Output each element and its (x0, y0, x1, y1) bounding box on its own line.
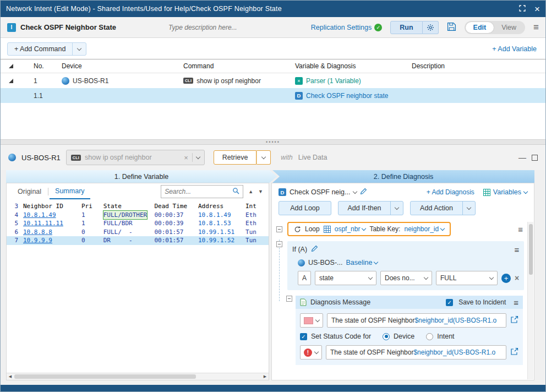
define-variable-header: 1. Define Variable (6, 170, 277, 183)
code-line[interactable]: 3Neighbor ID Pri State Dead Time Address… (7, 202, 269, 211)
table-icon (324, 226, 331, 233)
view-toggle[interactable]: View (494, 22, 524, 33)
status-message-input[interactable]: The state of OSPF Neighbor $neighbor_id(… (326, 345, 506, 360)
code-segment: 10.11.11.11 (23, 219, 63, 228)
menu-icon[interactable]: ≡ (533, 23, 539, 32)
scrollbar-thumb[interactable] (529, 224, 533, 275)
add-command-caret-icon[interactable] (72, 43, 86, 55)
header-variable-diagnosis: Variable & Diagnosis (292, 62, 408, 70)
minimize-icon[interactable]: — (518, 154, 526, 161)
save-to-incident-label: Save to Incident (458, 298, 506, 306)
search-prev-icon[interactable]: ▲ (248, 189, 253, 194)
search-next-icon[interactable]: ▼ (258, 189, 263, 194)
scrollbar-thumb[interactable] (14, 374, 196, 379)
collapse-loop-icon[interactable] (276, 226, 282, 232)
open-editor-icon[interactable] (510, 315, 518, 325)
rename-pencil-icon[interactable] (360, 188, 367, 197)
message-menu-icon[interactable]: ≡ (514, 298, 518, 307)
clear-command-icon[interactable]: × (184, 154, 188, 162)
scroll-right-icon[interactable]: ▶ (261, 374, 269, 379)
command-dropdown-icon[interactable] (196, 154, 200, 159)
if-menu-icon[interactable]: ≡ (514, 246, 519, 254)
code-line[interactable]: 410.8.1.49 1 FULL/DROTHER 00:00:37 10.8.… (7, 211, 269, 220)
intent-name: Check OSPF Neighbor State (20, 23, 116, 31)
replication-settings-label: Replication Settings (311, 24, 372, 31)
save-icon[interactable] (447, 22, 456, 33)
tab-summary[interactable]: Summary (50, 184, 90, 199)
maximize-icon[interactable] (532, 155, 538, 161)
device-name: US-BOS-R1 (73, 77, 108, 85)
variables-dropdown[interactable]: Variables (483, 188, 527, 196)
diagnosis-icon: D (279, 188, 286, 196)
add-ifthen-caret-icon[interactable] (390, 202, 403, 215)
edit-toggle[interactable]: Edit (466, 22, 494, 33)
table-row-command[interactable]: 1 US-BOS-R1 CLI show ip ospf neighbor × … (1, 73, 545, 88)
radio-device[interactable] (383, 333, 390, 340)
add-condition-icon[interactable]: + (501, 274, 511, 283)
search-input[interactable] (165, 188, 230, 195)
horizontal-scrollbar[interactable]: ◀ ▶ (7, 373, 269, 380)
close-icon[interactable]: × (534, 4, 540, 14)
run-settings-gear-icon[interactable] (423, 21, 439, 34)
search-icon[interactable] (232, 187, 239, 196)
message-color-dropdown[interactable] (300, 313, 323, 328)
loop-menu-icon[interactable]: ≡ (518, 225, 523, 233)
add-action-button[interactable]: Add Action (411, 202, 462, 215)
edit-if-pencil-icon[interactable] (311, 245, 318, 254)
expand-row-icon[interactable] (1, 79, 21, 83)
collapse-all-icon[interactable] (1, 64, 21, 68)
table-row-diagnosis[interactable]: 1.1 D Check OSPF neighbor state (1, 88, 545, 103)
diagnosis-selector[interactable]: Check OSPF neig... (290, 188, 357, 196)
add-diagnosis-link[interactable]: + Add Diagnosis (427, 188, 474, 196)
collapse-message-icon[interactable] (286, 296, 292, 302)
row-no: 1 (21, 77, 53, 85)
code-segment: Tun (234, 236, 256, 245)
code-segment (183, 211, 198, 220)
open-editor-icon[interactable] (510, 347, 518, 357)
code-segment: 00:00:37 (154, 211, 183, 220)
parser-link[interactable]: × Parser (1 Variable) (295, 77, 408, 85)
code-segment: FULL/BDR (103, 219, 133, 228)
title-bar: Network Intent (Edit Mode) - Shared Inte… (1, 1, 545, 17)
scroll-left-icon[interactable]: ◀ (7, 374, 14, 379)
condition-operator-select[interactable]: Does no... (380, 271, 432, 285)
status-code-dropdown[interactable]: ! (300, 345, 322, 360)
baseline-dropdown[interactable]: Baseline (346, 259, 378, 266)
condition-value-select[interactable]: FULL (436, 271, 498, 285)
retrieve-caret-icon[interactable] (256, 150, 271, 165)
tree-connector (279, 239, 280, 301)
retrieve-button[interactable]: Retrieve (214, 150, 257, 165)
set-status-code-checkbox[interactable]: ✓ (300, 333, 307, 340)
table-key-dropdown[interactable]: neighbor_id (404, 225, 444, 233)
add-command-button[interactable]: + Add Command (7, 42, 86, 56)
add-action-caret-icon[interactable] (462, 202, 475, 215)
device-name: US-BOS-R1 (21, 154, 61, 162)
code-line[interactable]: 710.9.9.9 0 DR - 00:01:57 10.99.1.52 Tun (7, 236, 269, 245)
condition-variable-select[interactable]: state (315, 271, 376, 285)
code-line[interactable]: 610.8.8.8 0 FULL/ - 00:01:57 10.99.1.51 … (7, 228, 269, 237)
loop-table-dropdown[interactable]: ospf_nbr (335, 225, 366, 233)
cli-command-input[interactable]: CLI show ip ospf neighbor × (66, 150, 205, 165)
add-loop-button[interactable]: Add Loop (279, 201, 331, 215)
vertical-scrollbar[interactable] (527, 222, 533, 379)
loop-node: Loop ospf_nbr Table Key: neighbor_id ≡ (276, 222, 523, 236)
run-button[interactable]: Run (390, 21, 422, 34)
add-ifthen-button[interactable]: Add If-then (338, 202, 390, 215)
replication-settings-link[interactable]: Replication Settings ✓ (311, 24, 382, 31)
horizontal-splitter[interactable]: ••••• (1, 139, 545, 145)
collapse-if-icon[interactable] (276, 241, 282, 247)
command-table-header: No. Device Command Variable & Diagnosis … (1, 59, 545, 73)
radio-intent[interactable] (426, 333, 433, 340)
add-variable-link[interactable]: + Add Variable (492, 45, 537, 53)
diagnosis-link[interactable]: D Check OSPF neighbor state (295, 92, 408, 100)
code-line[interactable]: 510.11.11.11 1 FULL/BDR 00:00:39 10.8.1.… (7, 219, 269, 228)
tab-original[interactable]: Original (12, 184, 47, 199)
message-text-input[interactable]: The state of OSPF Neighbor $neighbor_id(… (327, 313, 506, 328)
if-node: If (A) ≡ US-BOS-... Baseline A (276, 241, 523, 290)
fullscreen-icon[interactable] (519, 5, 526, 13)
remove-condition-icon[interactable]: × (515, 274, 519, 282)
cli-icon: CLI (183, 78, 193, 84)
save-to-incident-checkbox[interactable]: ✓ (446, 299, 453, 306)
description-input[interactable] (168, 24, 295, 31)
if-title: If (A) (292, 246, 307, 253)
